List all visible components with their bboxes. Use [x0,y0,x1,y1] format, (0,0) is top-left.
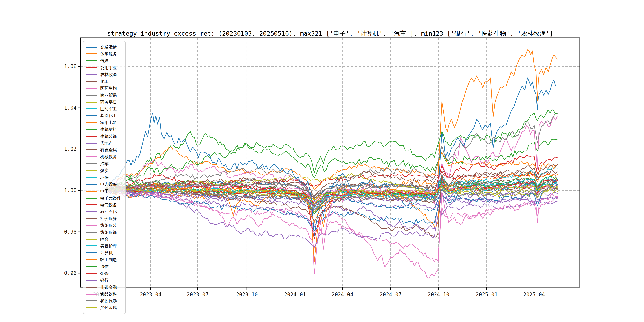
legend-line-swatch-icon [86,163,96,164]
legend-label: 化工 [100,79,108,84]
legend-item: 基础化工 [85,112,124,119]
legend-line-swatch-icon [86,150,96,150]
legend-item: 综合 [85,236,124,243]
legend-line-swatch-icon [86,81,96,82]
axes-frame [80,38,580,287]
legend-label: 计算机 [100,250,113,256]
legend-label: 建筑材料 [100,126,117,132]
y-tick-label: 1.04 [55,105,76,111]
legend-line-swatch-icon [86,115,96,116]
legend-item: 石油石化 [85,208,124,215]
x-tick-label: 2023-04 [140,292,162,298]
legend-line-swatch-icon [86,218,96,219]
legend-line-swatch-icon [86,170,96,171]
legend-label: 交通运输 [100,44,117,50]
x-tick-label: 2025-01 [476,292,498,298]
legend-line-swatch-icon [86,204,96,205]
legend-line-swatch-icon [86,88,96,89]
legend-item: 环保 [85,174,124,181]
legend-item: 纺织服装 [85,222,124,229]
x-tick-label: 2023-10 [236,292,258,298]
x-tick-label: 2024-10 [428,292,450,298]
legend-line-swatch-icon [86,108,96,109]
legend-label: 石油石化 [100,209,117,214]
legend-line-swatch-icon [86,47,96,48]
legend-line-swatch-icon [86,74,96,75]
y-tick-label: 0.96 [55,270,76,276]
legend-item: 商业贸易 [85,92,124,99]
legend-item: 电子 [85,188,124,195]
legend-line-swatch-icon [86,225,96,226]
legend-line-swatch-icon [86,211,96,212]
legend-item: 化工 [85,78,124,85]
legend-line-swatch-icon [86,300,96,301]
legend-item: 电气设备 [85,202,124,208]
legend-line-swatch-icon [86,136,96,137]
legend-line-swatch-icon [86,60,96,62]
legend-line-swatch-icon [86,129,96,130]
legend-line-swatch-icon [86,177,96,178]
legend-item: 煤炭 [85,167,124,174]
legend-item: 钢铁 [85,270,124,277]
legend-item: 房地产 [85,140,124,147]
legend-label: 休闲服务 [100,51,117,57]
y-tick-label: 0.98 [55,229,76,235]
legend-item: 医药生物 [85,85,124,92]
legend-label: 纺织服饰 [100,230,117,235]
figure-root: { "title": "strategy industry excess ret… [0,0,644,322]
x-tick-label: 2024-01 [284,292,306,298]
legend-label: 传媒 [100,58,108,64]
legend-line-swatch-icon [86,246,96,246]
y-tick-label: 1.02 [55,146,76,152]
legend-line-swatch-icon [86,273,96,274]
legend-item: 商贸零售 [85,98,124,106]
legend-item: 非银金融 [85,284,124,291]
legend-label: 电子 [100,188,108,194]
legend-line-swatch-icon [86,239,96,240]
legend-label: 轻工制造 [100,257,117,262]
legend-item: 电子元器件 [85,194,124,202]
legend-item: 家用电器 [85,119,124,126]
legend-label: 电力设备 [100,182,117,187]
gridlines [80,38,580,287]
y-tick-label: 1.06 [55,64,76,69]
legend-item: 社会服务 [85,215,124,222]
legend-label: 食品饮料 [100,291,117,297]
legend-line-swatch-icon [86,280,96,281]
legend-label: 医药生物 [100,86,117,91]
legend-item: 黑色金属 [85,304,124,311]
legend-line-swatch-icon [86,156,96,158]
legend-label: 房地产 [100,140,113,146]
legend-item: 通信 [85,263,124,270]
legend-item: 美容护理 [85,243,124,250]
legend-line-swatch-icon [86,184,96,185]
legend-line-swatch-icon [86,198,96,198]
legend-line-swatch-icon [86,294,96,294]
legend-item: 餐饮旅游 [85,298,124,304]
legend-line-swatch-icon [86,307,96,308]
legend-line-swatch-icon [86,286,96,288]
legend-label: 餐饮旅游 [100,298,117,304]
legend-item: 计算机 [85,250,124,256]
legend-item: 农林牧渔 [85,71,124,78]
legend-label: 有色金属 [100,147,117,153]
legend-item: 交通运输 [85,44,124,51]
legend-line-swatch-icon [86,94,96,96]
legend-label: 家用电器 [100,120,117,126]
legend-line-swatch-icon [86,102,96,102]
legend-label: 商贸零售 [100,99,117,105]
x-tick-label: 2024-07 [380,292,402,298]
legend-label: 纺织服装 [100,222,117,228]
legend-item: 汽车 [85,160,124,167]
legend-label: 银行 [100,278,108,283]
legend-line-swatch-icon [86,252,96,254]
legend-label: 基础化工 [100,113,117,118]
legend-line-swatch-icon [86,266,96,267]
legend-label: 农林牧渔 [100,72,117,77]
legend-item: 有色金属 [85,147,124,154]
legend-item: 建筑材料 [85,126,124,133]
legend-line-swatch-icon [86,259,96,260]
series-line-电子 [105,50,557,262]
legend-label: 汽车 [100,161,108,166]
legend-item: 纺织服饰 [85,229,124,236]
